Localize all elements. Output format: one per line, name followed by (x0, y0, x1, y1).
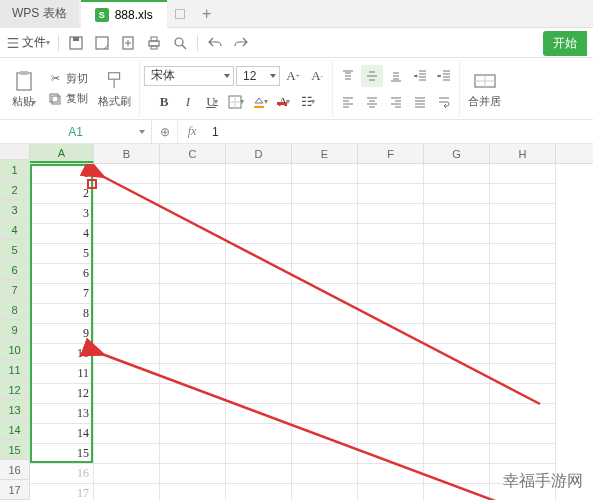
cell[interactable] (226, 264, 292, 284)
underline-button[interactable]: U▾ (201, 91, 223, 113)
cell[interactable] (226, 204, 292, 224)
cell[interactable] (358, 244, 424, 264)
cell[interactable] (358, 204, 424, 224)
increase-indent-icon[interactable] (433, 65, 455, 87)
cell[interactable] (226, 444, 292, 464)
column-header[interactable]: E (292, 144, 358, 163)
cell[interactable] (292, 444, 358, 464)
font-name-select[interactable]: 宋体 (144, 66, 234, 86)
cell[interactable] (358, 464, 424, 484)
cell[interactable] (358, 324, 424, 344)
row-header[interactable]: 2 (0, 180, 29, 200)
column-header[interactable]: A (30, 144, 94, 163)
row-header[interactable]: 11 (0, 360, 29, 380)
row-header[interactable]: 16 (0, 460, 29, 480)
cell[interactable]: 2 (30, 184, 94, 204)
cell[interactable] (94, 164, 160, 184)
column-header[interactable]: F (358, 144, 424, 163)
phonetic-guide-icon[interactable]: ☷▾ (297, 91, 319, 113)
cell[interactable] (358, 284, 424, 304)
cell[interactable] (94, 444, 160, 464)
cell[interactable]: 3 (30, 204, 94, 224)
cell[interactable] (226, 224, 292, 244)
cell[interactable] (490, 224, 556, 244)
cell[interactable] (94, 284, 160, 304)
cell[interactable] (358, 384, 424, 404)
column-header[interactable]: H (490, 144, 556, 163)
cell[interactable] (226, 184, 292, 204)
cell[interactable] (160, 184, 226, 204)
cell[interactable] (292, 464, 358, 484)
cell[interactable] (292, 484, 358, 500)
cell[interactable] (292, 184, 358, 204)
cell[interactable] (490, 204, 556, 224)
name-box[interactable]: A1 (0, 120, 152, 143)
row-header[interactable]: 5 (0, 240, 29, 260)
cell[interactable] (94, 404, 160, 424)
cell[interactable]: 9 (30, 324, 94, 344)
cell[interactable] (358, 424, 424, 444)
cell[interactable] (424, 464, 490, 484)
decrease-indent-icon[interactable] (409, 65, 431, 87)
row-header[interactable]: 6 (0, 260, 29, 280)
cell[interactable] (358, 364, 424, 384)
cell[interactable] (94, 224, 160, 244)
row-header[interactable]: 14 (0, 420, 29, 440)
cell[interactable] (490, 184, 556, 204)
cell[interactable] (358, 164, 424, 184)
row-header[interactable]: 10 (0, 340, 29, 360)
border-button[interactable]: ▾ (225, 91, 247, 113)
cell[interactable] (490, 264, 556, 284)
cell[interactable] (292, 204, 358, 224)
cell[interactable] (358, 344, 424, 364)
cell[interactable] (490, 364, 556, 384)
cell[interactable]: 12 (30, 384, 94, 404)
cell[interactable] (490, 444, 556, 464)
cell[interactable] (490, 284, 556, 304)
cell[interactable] (424, 204, 490, 224)
cell[interactable] (292, 264, 358, 284)
cell[interactable] (292, 224, 358, 244)
cell[interactable]: 4 (30, 224, 94, 244)
row-header[interactable]: 13 (0, 400, 29, 420)
column-header[interactable]: D (226, 144, 292, 163)
cell[interactable] (424, 404, 490, 424)
cell[interactable] (160, 364, 226, 384)
cell[interactable] (94, 324, 160, 344)
cell[interactable] (490, 324, 556, 344)
row-header[interactable]: 9 (0, 320, 29, 340)
cell[interactable] (490, 424, 556, 444)
bold-button[interactable]: B (153, 91, 175, 113)
cell[interactable] (292, 324, 358, 344)
grid-body[interactable]: 1234567891011121314151617 (30, 164, 593, 500)
start-tab[interactable]: 开始 (543, 31, 587, 56)
cell[interactable] (424, 164, 490, 184)
add-tab-button[interactable]: + (193, 0, 221, 28)
row-header[interactable]: 4 (0, 220, 29, 240)
cell[interactable]: 15 (30, 444, 94, 464)
row-header[interactable]: 12 (0, 380, 29, 400)
cell[interactable] (358, 184, 424, 204)
align-left-icon[interactable] (337, 91, 359, 113)
redo-icon[interactable] (232, 34, 250, 52)
row-header[interactable]: 3 (0, 200, 29, 220)
select-all-corner[interactable] (0, 144, 30, 160)
cell[interactable] (94, 244, 160, 264)
cell[interactable] (160, 344, 226, 364)
cell[interactable] (160, 264, 226, 284)
cell[interactable] (226, 304, 292, 324)
cell[interactable] (424, 324, 490, 344)
undo-icon[interactable] (206, 34, 224, 52)
cell[interactable] (226, 164, 292, 184)
cell[interactable] (226, 364, 292, 384)
increase-font-icon[interactable]: A+ (282, 65, 304, 87)
row-header[interactable]: 15 (0, 440, 29, 460)
cell[interactable] (424, 484, 490, 500)
cell[interactable] (94, 304, 160, 324)
cell[interactable] (94, 384, 160, 404)
cell[interactable] (94, 184, 160, 204)
cell[interactable] (424, 444, 490, 464)
column-header[interactable]: B (94, 144, 160, 163)
cell[interactable] (358, 264, 424, 284)
cell[interactable] (226, 464, 292, 484)
